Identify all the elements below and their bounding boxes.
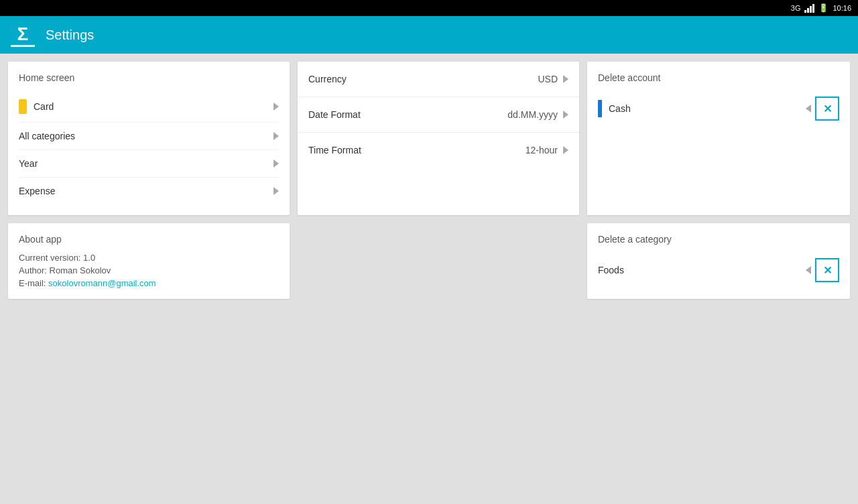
- delete-category-close-button[interactable]: ✕: [815, 258, 839, 282]
- account-color-bar: [598, 100, 602, 117]
- delete-account-close-button[interactable]: ✕: [815, 97, 839, 121]
- about-email-label: E-mail:: [19, 278, 48, 288]
- app-bar: Σ Settings: [0, 16, 858, 54]
- list-item-year-label: Year: [19, 158, 38, 169]
- about-app-card: About app Current version: 1.0 Author: R…: [8, 223, 290, 299]
- date-format-row[interactable]: Date Format dd.MM.yyyy: [298, 97, 579, 133]
- list-item-all-categories-label: All categories: [19, 131, 75, 141]
- delete-account-card: Delete account Cash ✕: [587, 62, 850, 215]
- card-color-indicator: [19, 99, 27, 114]
- delete-category-item-label: Foods: [598, 265, 624, 275]
- delete-category-item-left: Foods: [598, 265, 806, 275]
- chevron-right-icon: [563, 111, 568, 119]
- chevron-right-icon: [273, 132, 279, 140]
- list-item-card[interactable]: Card: [19, 91, 279, 123]
- app-bar-title: Settings: [46, 27, 94, 43]
- signal-label: 3G: [791, 4, 801, 12]
- chevron-right-icon: [563, 75, 568, 83]
- app-logo-icon: Σ: [11, 23, 35, 47]
- chevron-left-icon: [806, 105, 811, 113]
- format-card: Currency USD Date Format dd.MM.yyyy Time…: [298, 62, 579, 215]
- list-item-expense-left: Expense: [19, 186, 55, 196]
- time-label: 10:16: [833, 4, 851, 12]
- delete-account-item-left: Cash: [598, 100, 806, 117]
- currency-label: Currency: [308, 74, 347, 84]
- time-format-value-wrap: 12-hour: [526, 145, 568, 155]
- about-version: Current version: 1.0: [19, 253, 279, 263]
- delete-account-item-right: ✕: [806, 97, 839, 121]
- delete-category-item-right: ✕: [806, 258, 839, 282]
- about-email-link[interactable]: sokolovromann@gmail.com: [48, 278, 156, 288]
- list-item-all-categories-left: All categories: [19, 131, 75, 141]
- status-bar: 3G 🔋 10:16: [0, 0, 858, 16]
- currency-value-wrap: USD: [538, 74, 568, 84]
- delete-account-item-cash: Cash ✕: [598, 91, 839, 126]
- chevron-right-icon: [273, 187, 279, 195]
- about-author: Author: Roman Sokolov: [19, 265, 279, 275]
- chevron-left-icon: [806, 266, 811, 274]
- time-format-row[interactable]: Time Format 12-hour: [298, 133, 579, 168]
- currency-row[interactable]: Currency USD: [298, 62, 579, 97]
- delete-category-card: Delete a category Foods ✕: [587, 223, 850, 299]
- main-content: Home screen Card All categories Year Exp…: [0, 54, 858, 504]
- list-item-card-left: Card: [19, 99, 54, 114]
- about-app-title: About app: [19, 234, 279, 245]
- chevron-right-icon: [273, 103, 279, 111]
- list-item-expense[interactable]: Expense: [19, 178, 279, 204]
- date-format-value: dd.MM.yyyy: [507, 109, 558, 120]
- list-item-card-label: Card: [34, 101, 54, 112]
- currency-value: USD: [538, 74, 558, 84]
- list-item-year[interactable]: Year: [19, 150, 279, 178]
- delete-category-item-foods: Foods ✕: [598, 253, 839, 288]
- delete-category-title: Delete a category: [598, 234, 839, 245]
- signal-bars-icon: [804, 3, 814, 13]
- list-item-year-left: Year: [19, 158, 38, 169]
- home-screen-title: Home screen: [19, 72, 279, 83]
- date-format-label: Date Format: [308, 109, 361, 120]
- delete-account-title: Delete account: [598, 72, 839, 83]
- time-format-value: 12-hour: [526, 145, 558, 155]
- list-item-all-categories[interactable]: All categories: [19, 123, 279, 150]
- chevron-right-icon: [563, 146, 568, 154]
- date-format-value-wrap: dd.MM.yyyy: [507, 109, 568, 120]
- about-email-row: E-mail: sokolovromann@gmail.com: [19, 278, 279, 288]
- chevron-right-icon: [273, 160, 279, 168]
- time-format-label: Time Format: [308, 145, 361, 155]
- delete-account-item-label: Cash: [609, 103, 631, 114]
- list-item-expense-label: Expense: [19, 186, 55, 196]
- home-screen-card: Home screen Card All categories Year Exp…: [8, 62, 290, 215]
- battery-icon: 🔋: [818, 3, 829, 13]
